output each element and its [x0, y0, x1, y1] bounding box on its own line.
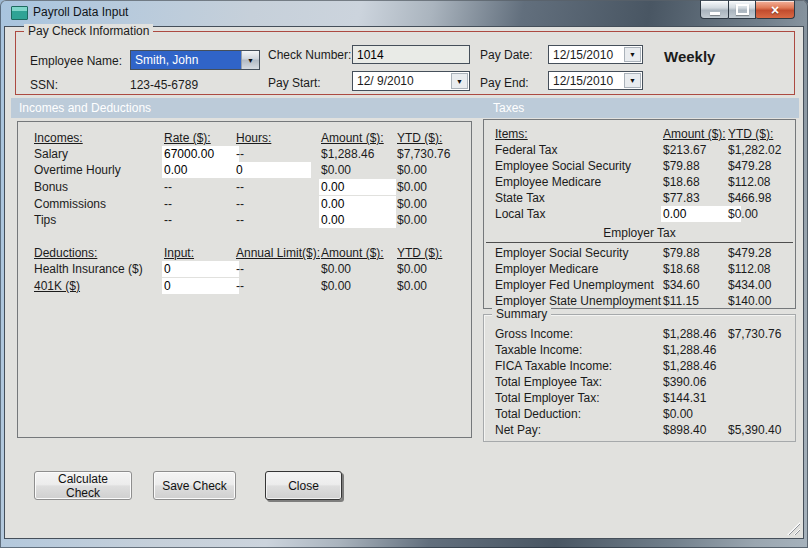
- tax-ytd: $466.98: [728, 191, 771, 205]
- app-icon: [11, 6, 28, 20]
- gross-income-row: Gross Income: $1,288.46 $7,730.76: [484, 327, 795, 343]
- total-deduction-row: Total Deduction: $0.00: [484, 407, 795, 423]
- employee-name-select[interactable]: Smith, John ▼: [130, 50, 260, 70]
- k401-input[interactable]: [162, 278, 239, 294]
- tax-label: Employer Fed Unemployment: [495, 278, 654, 292]
- health-insurance-input[interactable]: [162, 261, 239, 277]
- tax-label: Employer State Unemployment: [495, 294, 661, 308]
- summary-label: Net Pay:: [495, 423, 541, 437]
- pay-start-dropdown-button[interactable]: ▼: [451, 73, 468, 89]
- payroll-window: Payroll Data Input × Pay Check Informati…: [0, 0, 808, 548]
- summary-ytd: $7,730.76: [728, 327, 781, 341]
- titlebar: Payroll Data Input ×: [0, 0, 808, 26]
- pay-date-value: 12/15/2010: [549, 46, 623, 63]
- tax-ytd: $479.28: [728, 246, 771, 260]
- summary-label: Total Deduction:: [495, 407, 581, 421]
- summary-amount: $390.06: [663, 375, 706, 389]
- pay-start-datepicker[interactable]: 12/ 9/2010 ▼: [352, 71, 470, 91]
- k401-amount: $0.00: [321, 279, 351, 293]
- k401-limit: --: [236, 279, 244, 293]
- employee-name-dropdown-button[interactable]: ▼: [241, 51, 259, 69]
- col-ded-amount: Amount ($):: [321, 246, 384, 260]
- overtime-rate-input[interactable]: [162, 162, 239, 178]
- fica-taxable-income-row: FICA Taxable Income: $1,288.46: [484, 359, 795, 375]
- federal-tax-row: Federal Tax $213.67 $1,282.02: [484, 143, 795, 159]
- health-insurance-ytd: $0.00: [397, 262, 427, 276]
- summary-amount: $144.31: [663, 391, 706, 405]
- chevron-down-icon: ▼: [629, 51, 636, 58]
- resize-grip[interactable]: [787, 522, 800, 535]
- section-header-bar: Incomes and Deductions Taxes: [11, 98, 799, 118]
- tips-ytd: $0.00: [397, 213, 427, 227]
- close-window-button[interactable]: ×: [756, 0, 795, 19]
- k401-link[interactable]: 401K ($): [34, 279, 80, 293]
- employer-tax-divider-label: Employer Tax: [603, 226, 675, 240]
- close-icon: ×: [771, 3, 779, 17]
- net-pay-row: Net Pay: $898.40 $5,390.40: [484, 423, 795, 439]
- summary-label: Gross Income:: [495, 327, 573, 341]
- col-rate: Rate ($):: [164, 131, 211, 145]
- col-tax-ytd: YTD ($):: [728, 127, 773, 141]
- salary-amount: $1,288.46: [321, 147, 374, 161]
- chevron-down-icon: ▼: [247, 57, 254, 64]
- tips-hours: --: [236, 213, 244, 227]
- maximize-button[interactable]: [729, 0, 756, 19]
- bonus-amount-input[interactable]: [319, 179, 396, 195]
- save-check-button[interactable]: Save Check: [153, 471, 236, 500]
- pay-end-dropdown-button[interactable]: ▼: [624, 73, 641, 88]
- employer-fed-unemployment-row: Employer Fed Unemployment $34.60 $434.00: [484, 278, 795, 294]
- calculate-check-button[interactable]: Calculate Check: [34, 471, 132, 500]
- commissions-rate: --: [164, 197, 172, 211]
- tax-ytd: $112.08: [728, 175, 771, 189]
- local-tax-label: Local Tax: [495, 207, 545, 221]
- pay-end-datepicker[interactable]: 12/15/2010 ▼: [548, 71, 643, 90]
- employee-name-value: Smith, John: [131, 51, 241, 69]
- employee-medicare-row: Employee Medicare $18.68 $112.08: [484, 175, 795, 191]
- pay-frequency-label: Weekly: [664, 48, 715, 65]
- bonus-rate: --: [164, 180, 172, 194]
- tax-ytd: $140.00: [728, 294, 771, 308]
- tax-amount: $18.68: [663, 175, 700, 189]
- salary-rate-input[interactable]: [162, 146, 239, 162]
- health-insurance-label: Health Insurance ($): [34, 262, 143, 276]
- pay-date-dropdown-button[interactable]: ▼: [624, 47, 641, 62]
- tips-label: Tips: [34, 213, 56, 227]
- salary-ytd: $7,730.76: [397, 147, 450, 161]
- col-tax-amount: Amount ($):: [663, 127, 726, 141]
- summary-group-label: Summary: [492, 307, 551, 321]
- tax-label: Employee Social Security: [495, 159, 631, 173]
- incomes-section-header: Incomes and Deductions: [19, 98, 151, 118]
- bonus-hours: --: [236, 180, 244, 194]
- overtime-hours-input[interactable]: [234, 162, 311, 178]
- commissions-hours: --: [236, 197, 244, 211]
- col-annual-limit: Annual Limit($):: [236, 246, 320, 260]
- deductions-header-row: Deductions: Input: Annual Limit($): Amou…: [18, 246, 471, 262]
- commissions-label: Commissions: [34, 197, 106, 211]
- window-controls: ×: [700, 0, 795, 19]
- tips-rate: --: [164, 213, 172, 227]
- pay-date-datepicker[interactable]: 12/15/2010 ▼: [548, 45, 643, 64]
- total-employer-tax-row: Total Employer Tax: $144.31: [484, 391, 795, 407]
- tips-amount-input[interactable]: [319, 212, 396, 228]
- check-number-input[interactable]: [352, 45, 470, 64]
- commissions-amount-input[interactable]: [319, 196, 396, 212]
- commissions-ytd: $0.00: [397, 197, 427, 211]
- dialog-client-area: Pay Check Information Employee Name: Smi…: [4, 26, 804, 539]
- employer-ss-row: Employer Social Security $79.88 $479.28: [484, 246, 795, 262]
- chevron-down-icon: ▼: [629, 77, 636, 84]
- tax-ytd: $479.28: [728, 159, 771, 173]
- close-button[interactable]: Close: [265, 471, 342, 500]
- overtime-row: Overtime Hourly $0.00 $0.00: [18, 163, 471, 179]
- minimize-button[interactable]: [700, 0, 729, 19]
- employee-ss-row: Employee Social Security $79.88 $479.28: [484, 159, 795, 175]
- tax-amount: $213.67: [663, 143, 706, 157]
- health-insurance-amount: $0.00: [321, 262, 351, 276]
- summary-label: Total Employer Tax:: [495, 391, 600, 405]
- col-items: Items:: [495, 127, 528, 141]
- employer-medicare-row: Employer Medicare $18.68 $112.08: [484, 262, 795, 278]
- taxable-income-row: Taxable Income: $1,288.46: [484, 343, 795, 359]
- taxes-panel: Items: Amount ($): YTD ($): Federal Tax …: [483, 119, 796, 309]
- tax-label: Employee Medicare: [495, 175, 601, 189]
- summary-ytd: $5,390.40: [728, 423, 781, 437]
- col-deductions: Deductions:: [34, 246, 97, 260]
